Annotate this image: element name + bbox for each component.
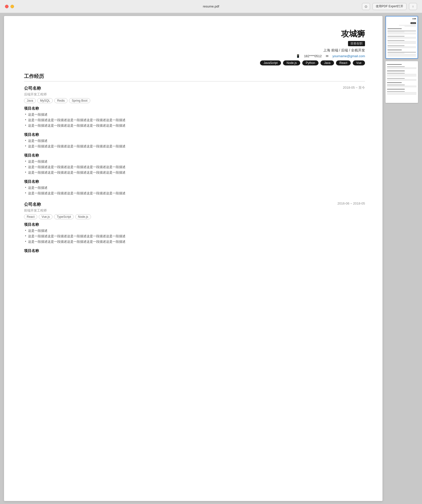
list-item: 这是一段描述这是一段描述这是一段描述这是一段描述这是一段描述 xyxy=(24,170,365,175)
share-button[interactable]: ↑ xyxy=(409,3,417,10)
job-date: 2018-05 ~ 至今 xyxy=(343,85,365,90)
close-button[interactable] xyxy=(5,5,8,8)
list-item: 这是一段描述这是一段描述这是一段描述这是一段描述这是一段描述 xyxy=(24,165,365,169)
pdf-page: 攻城狮 目前在职 上海 前端 / 后端 / 全栈开发 📱 182****0512… xyxy=(4,16,382,501)
status-badge: 目前在职 xyxy=(348,41,365,46)
tech-tag: Vue.js xyxy=(39,214,52,219)
phone-number: 182****0512 xyxy=(304,54,322,58)
project-bullets: 这是一段描述这是一段描述这是一段描述这是一段描述这是一段描述这是一段描述 xyxy=(24,186,365,196)
project-bullets: 这是一段描述这是一段描述这是一段描述这是一段描述这是一段描述这是一段描述这是一段… xyxy=(24,159,365,175)
list-item: 这是一段描述 xyxy=(24,112,365,117)
thumbnail-sidebar: 攻城狮 目前在职 xyxy=(386,16,418,501)
email-icon: ✉ xyxy=(326,54,328,58)
project: 项目名称这是一段描述这是一段描述这是一段描述这是一段描述这是一段描述这是一段描述 xyxy=(24,132,365,149)
resume-header: 攻城狮 目前在职 上海 前端 / 后端 / 全栈开发 📱 182****0512… xyxy=(24,28,365,65)
annotate-button[interactable]: ⊙ xyxy=(362,3,370,10)
project-name: 项目名称 xyxy=(24,106,365,111)
list-item: 这是一段描述 xyxy=(24,159,365,164)
contact-info: 📱 182****0512 ✉ yourname@gmail.com xyxy=(24,54,365,58)
skill-tag: Python xyxy=(302,60,318,65)
email-link[interactable]: yourname@gmail.com xyxy=(332,54,365,58)
job-header: 公司名称2016-06 ~ 2018-05 xyxy=(24,202,365,207)
project: 项目名称这是一段描述这是一段描述这是一段描述这是一段描述这是一段描述这是一段描述… xyxy=(24,222,365,244)
skill-tag: Vue xyxy=(353,60,365,65)
skill-tag: Java xyxy=(320,60,334,65)
list-item: 这是一段描述这是一段描述这是一段描述这是一段描述这是一段描述 xyxy=(24,240,365,244)
thumbnail-page-1[interactable]: 攻城狮 目前在职 xyxy=(386,16,418,59)
skill-tag: React xyxy=(336,60,351,65)
phone-icon: 📱 xyxy=(296,54,300,58)
project: 项目名称 xyxy=(24,249,365,253)
job-header: 公司名称2018-05 ~ 至今 xyxy=(24,85,365,91)
skill-tag: Node.js xyxy=(283,60,300,65)
thumbnail-page-2[interactable] xyxy=(386,61,418,103)
project-bullets: 这是一段描述这是一段描述这是一段描述这是一段描述这是一段描述这是一段描述 xyxy=(24,139,365,149)
section-title-work: 工作经历 xyxy=(24,73,365,81)
candidate-name: 攻城狮 xyxy=(24,28,365,39)
location: 上海 前端 / 后端 / 全栈开发 xyxy=(24,48,365,53)
list-item: 这是一段描述这是一段描述这是一段描述这是一段描述这是一段描述 xyxy=(24,234,365,239)
project-name: 项目名称 xyxy=(24,179,365,184)
tech-tag: React xyxy=(24,214,37,219)
list-item: 这是一段描述 xyxy=(24,186,365,190)
job-title: 后端开发工程师 xyxy=(24,92,365,97)
project: 项目名称这是一段描述这是一段描述这是一段描述这是一段描述这是一段描述这是一段描述… xyxy=(24,106,365,128)
project-name: 项目名称 xyxy=(24,222,365,227)
window-controls xyxy=(5,5,14,8)
project-name: 项目名称 xyxy=(24,153,365,158)
open-in-expert-button[interactable]: 使用PDF Expert打开 xyxy=(372,3,406,10)
tech-tags: ReactVue.jsTypeScriptNode.js xyxy=(24,214,365,219)
tech-tag: MySQL xyxy=(37,98,53,103)
tech-tags: JavaMySQLRedisSpring Boot xyxy=(24,98,365,103)
project-name: 项目名称 xyxy=(24,249,365,253)
titlebar: resume.pdf ⊙ 使用PDF Expert打开 ↑ xyxy=(0,0,422,13)
list-item: 这是一段描述这是一段描述这是一段描述这是一段描述这是一段描述 xyxy=(24,123,365,128)
work-section: 工作经历 公司名称2018-05 ~ 至今后端开发工程师JavaMySQLRed… xyxy=(24,73,365,253)
company-name: 公司名称 xyxy=(24,202,41,207)
tech-tag: Node.js xyxy=(75,214,91,219)
skill-tag: JavaScript xyxy=(260,60,281,65)
tech-tag: Java xyxy=(24,98,36,103)
list-item: 这是一段描述 xyxy=(24,229,365,233)
project-bullets: 这是一段描述这是一段描述这是一段描述这是一段描述这是一段描述这是一段描述这是一段… xyxy=(24,112,365,128)
job-entry: 公司名称2016-06 ~ 2018-05前端开发工程师ReactVue.jsT… xyxy=(24,202,365,253)
project-bullets: 这是一段描述这是一段描述这是一段描述这是一段描述这是一段描述这是一段描述这是一段… xyxy=(24,229,365,244)
job-entry: 公司名称2018-05 ~ 至今后端开发工程师JavaMySQLRedisSpr… xyxy=(24,85,365,196)
list-item: 这是一段描述这是一段描述这是一段描述这是一段描述这是一段描述 xyxy=(24,118,365,122)
tech-tag: TypeScript xyxy=(54,214,74,219)
minimize-button[interactable] xyxy=(10,5,14,8)
filename-label: resume.pdf xyxy=(203,4,219,8)
tech-tag: Spring Boot xyxy=(69,98,90,103)
toolbar-right: ⊙ 使用PDF Expert打开 ↑ xyxy=(362,3,417,10)
list-item: 这是一段描述这是一段描述这是一段描述这是一段描述这是一段描述 xyxy=(24,191,365,196)
project: 项目名称这是一段描述这是一段描述这是一段描述这是一段描述这是一段描述这是一段描述… xyxy=(24,153,365,175)
company-name: 公司名称 xyxy=(24,85,41,91)
main-area: 攻城狮 目前在职 上海 前端 / 后端 / 全栈开发 📱 182****0512… xyxy=(0,13,422,504)
project-name: 项目名称 xyxy=(24,132,365,137)
window-title: resume.pdf xyxy=(203,4,219,8)
job-title: 前端开发工程师 xyxy=(24,208,365,213)
list-item: 这是一段描述这是一段描述这是一段描述这是一段描述这是一段描述 xyxy=(24,144,365,149)
project: 项目名称这是一段描述这是一段描述这是一段描述这是一段描述这是一段描述这是一段描述 xyxy=(24,179,365,196)
skills-row: JavaScriptNode.jsPythonJavaReactVue xyxy=(24,60,365,65)
tech-tag: Redis xyxy=(54,98,68,103)
job-date: 2016-06 ~ 2018-05 xyxy=(338,202,365,205)
list-item: 这是一段描述 xyxy=(24,139,365,143)
